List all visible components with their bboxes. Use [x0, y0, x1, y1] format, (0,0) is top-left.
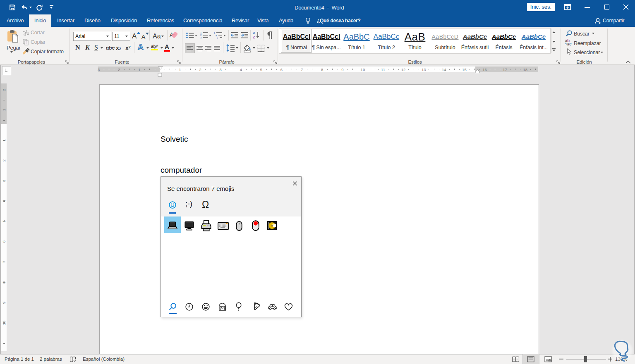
svg-text:3: 3 [200, 36, 202, 39]
svg-text:i: i [217, 37, 218, 39]
svg-text:Z: Z [253, 35, 255, 39]
svg-text:c: c [569, 42, 572, 45]
svg-text:A: A [253, 31, 256, 35]
